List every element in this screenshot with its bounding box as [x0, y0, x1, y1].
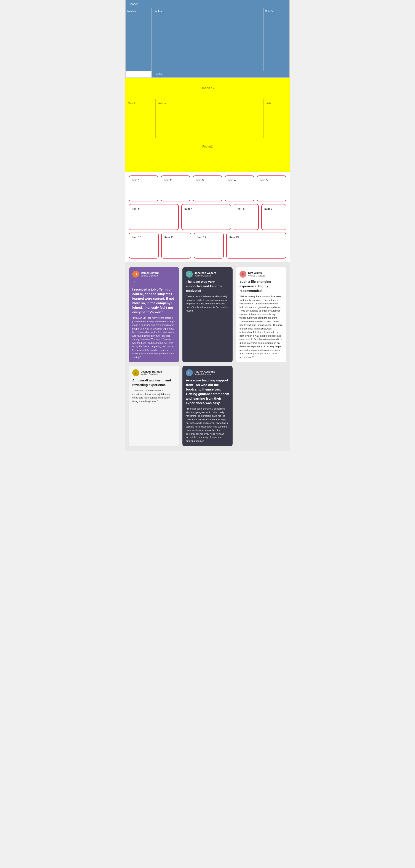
testimonial-patrick-avatar: P: [186, 369, 193, 376]
item-2-label: Item 2: [164, 179, 172, 182]
footer2-title: Footer2: [130, 145, 285, 148]
testimonial-jeanette-body: "Thank you for the wonderful experience!…: [132, 389, 175, 403]
testimonials-row2: J Jeanette Harmon Verified Graduate An o…: [129, 366, 286, 446]
ads-label: Ads: [264, 99, 290, 138]
testimonial-daniel-body: "I was an EMT for many years before I jo…: [132, 316, 175, 359]
item-4-label: Item 4: [228, 179, 236, 182]
items-section: Item 1 Item 2 Item 3 Item 4 Item 5 Item …: [125, 172, 290, 262]
item-card-1[interactable]: Item 1: [129, 176, 158, 202]
items-row1: Item 1 Item 2 Item 3 Item 4 Item 5: [129, 176, 286, 202]
testimonial-jeanette-info: Jeanette Harmon Verified Graduate: [141, 370, 162, 376]
item-9-label: Item 9: [264, 207, 272, 210]
testimonial-patrick-info: Patrick Abrahms Verified Graduate: [195, 370, 215, 376]
testimonial-daniel-main-quote: I received a job offer mid-course, and t…: [132, 287, 175, 314]
testimonials-section: D Daniel Clifford Verified Graduate " I …: [125, 262, 290, 451]
testimonial-patrick-badge: Verified Graduate: [195, 373, 215, 376]
testimonial-kira-avatar: K: [240, 271, 246, 278]
footer-label: Footer: [151, 71, 289, 78]
article-label: Article: [155, 99, 264, 138]
item-card-3[interactable]: Item 3: [193, 176, 222, 202]
item-3-label: Item 3: [196, 179, 204, 182]
testimonial-patrick: P Patrick Abrahms Verified Graduate Awes…: [182, 366, 233, 446]
quote-icon: ": [132, 279, 175, 287]
testimonial-jonathan-name: Jonathan Walters: [195, 272, 216, 275]
item-card-8[interactable]: Item 8: [234, 204, 258, 230]
header2-title: Header 2: [130, 86, 285, 90]
testimonial-daniel-badge: Verified Graduate: [141, 275, 159, 277]
content-label: Content: [151, 8, 264, 71]
testimonial-jonathan-avatar: J: [186, 271, 193, 278]
item-8-label: Item 8: [237, 207, 244, 210]
header-label: Header: [126, 0, 289, 8]
footer2-section: Footer2: [125, 138, 290, 155]
item-card-9[interactable]: Item 9: [261, 204, 286, 230]
nav2-label: Nav 2: [125, 99, 155, 138]
testimonial-patrick-name: Patrick Abrahms: [195, 370, 215, 373]
testimonial-jeanette-main-quote: An overall wonderful and rewarding exper…: [132, 378, 175, 387]
testimonial-kira-info: Kira Whittle Verified Graduate: [248, 272, 265, 277]
testimonial-kira-name: Kira Whittle: [248, 272, 265, 275]
testimonial-kira-body: "Before joining the bootcamp, I've never…: [240, 295, 283, 359]
sidebar-label: SideBar: [264, 8, 289, 71]
item-6-label: Item 6: [132, 207, 140, 210]
testimonial-jonathan-header: J Jonathan Walters Verified Graduate: [186, 271, 229, 278]
item-card-11[interactable]: Item 11: [161, 232, 191, 258]
item-card-12[interactable]: Item 12: [194, 232, 224, 258]
item-11-label: Item 11: [164, 236, 174, 239]
testimonial-patrick-body: "The staff seem genuinely concerned abou…: [186, 407, 229, 443]
testimonial-jonathan-info: Jonathan Walters Verified Graduate: [195, 272, 216, 277]
item-10-label: Item 10: [132, 236, 141, 239]
testimonial-daniel: D Daniel Clifford Verified Graduate " I …: [129, 267, 179, 362]
testimonial-kira-badge: Verified Graduate: [248, 275, 265, 277]
testimonials-row1: D Daniel Clifford Verified Graduate " I …: [129, 267, 286, 362]
testimonial-kira: K Kira Whittle Verified Graduate Such a …: [236, 267, 286, 362]
testimonial-jonathan: J Jonathan Walters Verified Graduate The…: [182, 267, 233, 362]
testimonial-jeanette-avatar: J: [132, 369, 139, 376]
item-12-label: Item 12: [197, 236, 206, 239]
testimonial-jeanette: J Jeanette Harmon Verified Graduate An o…: [129, 366, 179, 446]
item-7-label: Item 7: [184, 207, 192, 210]
header2-section: Header 2: [125, 78, 290, 99]
item-card-2[interactable]: Item 2: [161, 176, 190, 202]
item-1-label: Item 1: [132, 179, 140, 182]
testimonial-daniel-avatar: D: [132, 271, 139, 278]
item-card-6[interactable]: Item 6: [129, 204, 179, 230]
testimonial-daniel-header: D Daniel Clifford Verified Graduate: [132, 271, 175, 278]
layout-demo-section: Header NavBar Content SideBar Footer: [125, 0, 290, 78]
testimonial-jeanette-header: J Jeanette Harmon Verified Graduate: [132, 369, 175, 376]
testimonial-patrick-header: P Patrick Abrahms Verified Graduate: [186, 369, 229, 376]
testimonial-kira-header: K Kira Whittle Verified Graduate: [240, 271, 283, 278]
testimonial-jonathan-body: "I started as a total newbie with virtua…: [186, 295, 229, 313]
testimonial-daniel-name: Daniel Clifford: [141, 272, 159, 275]
items-row3: Item 10 Item 11 Item 12 Item 13: [129, 232, 286, 258]
testimonial-jeanette-badge: Verified Graduate: [141, 373, 162, 376]
yellow-layout-section: Nav 2 Article Ads: [125, 99, 290, 138]
layout-body: NavBar Content SideBar: [126, 8, 289, 71]
item-card-13[interactable]: Item 13: [226, 232, 286, 258]
testimonial-jonathan-main-quote: The team was very supportive and kept me…: [186, 279, 229, 293]
navbar-label: NavBar: [126, 8, 151, 71]
footer2-extra-space: [125, 155, 290, 172]
testimonials-empty-slot: [236, 366, 286, 446]
item-card-10[interactable]: Item 10: [129, 232, 159, 258]
item-card-5[interactable]: Item 5: [257, 176, 286, 202]
testimonial-jeanette-name: Jeanette Harmon: [141, 370, 162, 373]
testimonial-kira-main-quote: Such a life-changing experience. Highly …: [240, 279, 283, 293]
item-card-7[interactable]: Item 7: [181, 204, 231, 230]
item-card-4[interactable]: Item 4: [225, 176, 254, 202]
testimonial-daniel-info: Daniel Clifford Verified Graduate: [141, 272, 159, 277]
item-5-label: Item 5: [260, 179, 268, 182]
items-row2: Item 6 Item 7 Item 8 Item 9: [129, 204, 286, 230]
testimonial-patrick-main-quote: Awesome teaching support from TAs who di…: [186, 378, 229, 405]
testimonial-jonathan-badge: Verified Graduate: [195, 275, 216, 277]
item-13-label: Item 13: [229, 236, 239, 239]
